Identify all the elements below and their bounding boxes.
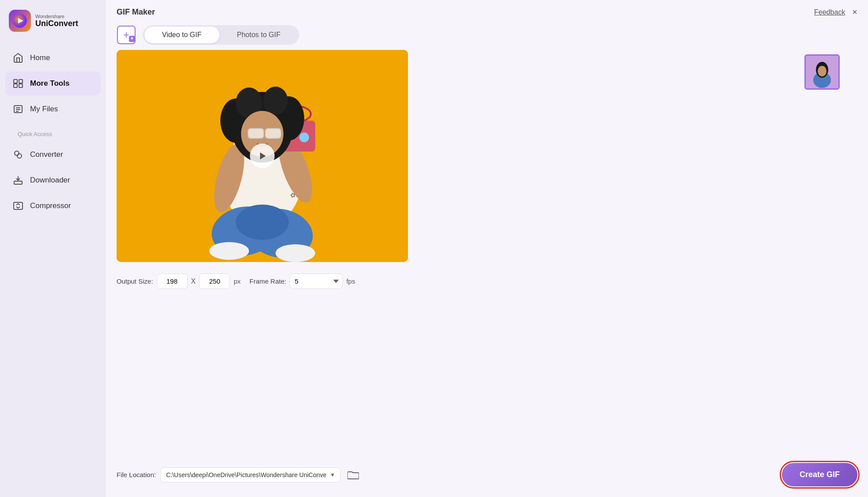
sidebar-nav: Home More Tools: [0, 42, 106, 222]
svg-point-24: [275, 244, 315, 262]
svg-point-23: [209, 242, 249, 260]
close-button[interactable]: ×: [852, 7, 857, 17]
more-tools-icon: [12, 78, 24, 89]
create-gif-button[interactable]: Create GIF: [782, 463, 857, 486]
svg-point-36: [263, 87, 288, 115]
file-location-label: File Location:: [117, 471, 156, 478]
thumbnails-panel: [804, 50, 857, 456]
svg-rect-38: [248, 129, 264, 138]
play-button[interactable]: [250, 144, 275, 168]
svg-rect-5: [19, 84, 23, 87]
content-area: ✿ Output Size: X px: [106, 50, 868, 456]
sidebar-item-converter[interactable]: Converter: [5, 143, 101, 167]
sidebar-item-downloader[interactable]: Downloader: [5, 168, 101, 192]
svg-rect-3: [19, 80, 23, 83]
tab-video-to-gif[interactable]: Video to GIF: [144, 27, 219, 43]
sidebar-item-compressor[interactable]: Compressor: [5, 194, 101, 218]
output-settings: Output Size: X px Frame Rate: 5 10 15 20…: [117, 269, 796, 293]
sidebar-item-downloader-label: Downloader: [30, 176, 70, 185]
sidebar-item-compressor-label: Compressor: [30, 201, 71, 210]
logo-product: UniConvert: [35, 19, 78, 28]
bottom-bar: File Location: C:\Users\deepi\OneDrive\P…: [106, 456, 868, 497]
frame-rate-group: Frame Rate: 5 10 15 20 25 30 fps: [249, 273, 355, 289]
thumbnail-1[interactable]: [804, 54, 840, 90]
home-icon: [12, 52, 24, 64]
svg-rect-4: [14, 84, 17, 87]
svg-point-10: [15, 151, 19, 156]
logo-icon: [9, 10, 31, 32]
video-section: ✿ Output Size: X px: [117, 50, 796, 456]
app-logo: Wondershare UniConvert: [0, 0, 106, 42]
svg-rect-2: [14, 80, 17, 83]
size-separator: X: [191, 277, 196, 285]
feedback-link[interactable]: Feedback: [814, 8, 845, 16]
video-preview[interactable]: ✿: [117, 50, 408, 262]
main-content: GIF Maker Feedback × + + Video to GIF Ph…: [106, 0, 868, 497]
output-size-label: Output Size:: [117, 277, 153, 285]
frame-rate-select[interactable]: 5 10 15 20 25 30: [290, 273, 343, 289]
sidebar-item-more-tools[interactable]: More Tools: [5, 72, 101, 95]
file-path-dropdown-arrow[interactable]: ▼: [330, 472, 335, 478]
compressor-icon: [12, 200, 24, 212]
quick-access-label: Quick Access: [5, 123, 101, 141]
svg-point-22: [236, 205, 289, 240]
output-height-input[interactable]: [199, 273, 230, 289]
file-path-text: C:\Users\deepi\OneDrive\Pictures\Wonders…: [166, 471, 326, 478]
sidebar-item-home-label: Home: [30, 53, 50, 62]
header-right: Feedback ×: [814, 7, 857, 17]
page-title: GIF Maker: [117, 8, 155, 17]
thumbnail-image-1: [806, 56, 838, 88]
fps-unit: fps: [346, 277, 355, 285]
svg-marker-44: [260, 152, 266, 159]
svg-rect-39: [265, 129, 281, 138]
my-files-icon: [12, 103, 24, 115]
tab-switcher: Video to GIF Photos to GIF: [143, 25, 299, 45]
file-path-box: C:\Users\deepi\OneDrive\Pictures\Wonders…: [160, 467, 341, 482]
sidebar-item-more-tools-label: More Tools: [30, 79, 69, 88]
size-unit: px: [234, 277, 241, 285]
folder-button[interactable]: [345, 467, 361, 483]
frame-rate-label: Frame Rate:: [249, 277, 286, 285]
logo-brand: Wondershare: [35, 14, 78, 19]
output-width-input[interactable]: [157, 273, 188, 289]
output-size-group: Output Size: X px: [117, 273, 241, 289]
logo-text: Wondershare UniConvert: [35, 14, 78, 28]
svg-point-31: [299, 133, 309, 142]
sidebar-item-converter-label: Converter: [30, 150, 63, 159]
svg-text:+: +: [130, 35, 133, 42]
downloader-icon: [12, 175, 24, 186]
sidebar-item-home[interactable]: Home: [5, 46, 101, 70]
main-header: GIF Maker Feedback ×: [106, 0, 868, 22]
sidebar: Wondershare UniConvert Home: [0, 0, 106, 497]
toolbar: + + Video to GIF Photos to GIF: [106, 22, 868, 50]
add-file-button[interactable]: + +: [117, 25, 136, 45]
sidebar-item-my-files[interactable]: My Files: [5, 97, 101, 121]
svg-point-48: [818, 66, 826, 76]
svg-text:+: +: [123, 29, 129, 41]
tab-photos-to-gif[interactable]: Photos to GIF: [219, 27, 298, 43]
sidebar-item-my-files-label: My Files: [30, 105, 58, 114]
converter-icon: [12, 149, 24, 160]
svg-point-11: [17, 154, 22, 158]
svg-rect-12: [14, 181, 22, 184]
file-location-group: File Location: C:\Users\deepi\OneDrive\P…: [117, 467, 361, 483]
